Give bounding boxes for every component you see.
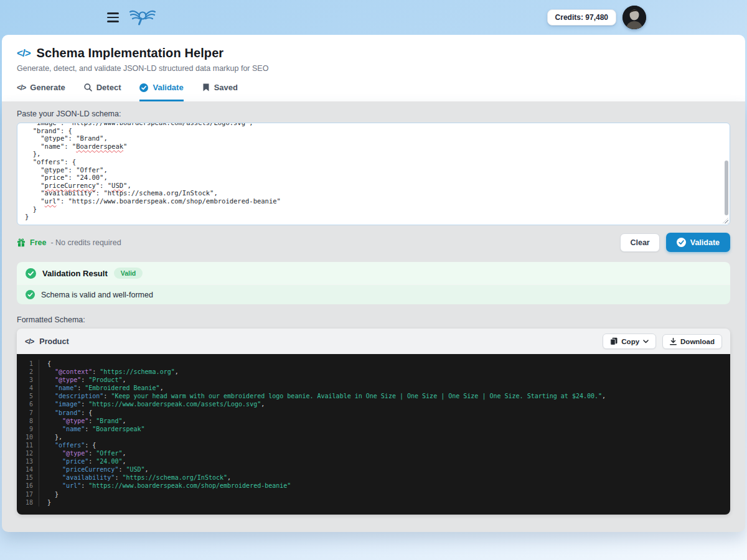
tool-header: </> Schema Implementation Helper Generat…	[2, 35, 745, 101]
hamburger-menu-icon[interactable]	[106, 10, 120, 25]
copy-icon	[610, 337, 618, 345]
credits-badge[interactable]: Credits: 97,480	[547, 9, 616, 26]
schema-input-text[interactable]: "image": "https://www.boarderspeak.com/a…	[25, 123, 721, 221]
chevron-down-icon	[643, 340, 649, 343]
check-circle-icon	[677, 238, 686, 247]
code-icon: </>	[25, 337, 34, 346]
check-circle-icon	[139, 83, 148, 92]
result-title: Validation Result	[42, 269, 108, 278]
schema-input-label: Paste your JSON-LD schema:	[17, 110, 730, 118]
code-line: 8 "@type": "Brand",	[17, 417, 730, 425]
tab-bar: </> Generate Detect Validate Saved	[17, 83, 730, 101]
code-line: 12 "@type": "Offer",	[17, 449, 730, 457]
tab-label: Validate	[153, 83, 183, 92]
code-line: 2 "@context": "https://schema.org",	[17, 368, 730, 376]
check-circle-icon	[26, 268, 36, 279]
code-line: 6 "image": "https://www.boarderspeak.com…	[17, 400, 730, 408]
tab-validate[interactable]: Validate	[139, 83, 183, 101]
validation-result-panel: Validation Result Valid Schema is valid …	[17, 262, 730, 304]
code-line: 14 "priceCurrency": "USD",	[17, 465, 730, 474]
code-line: 17 }	[17, 490, 730, 498]
tab-label: Detect	[96, 83, 121, 92]
formatted-schema-code[interactable]: 1{2 "@context": "https://schema.org",3 "…	[17, 354, 730, 515]
code-line: 4 "name": "Embroidered Beanie",	[17, 384, 730, 392]
code-line: 11 "offers": {	[17, 441, 730, 449]
valid-badge: Valid	[114, 268, 143, 279]
tab-label: Saved	[214, 83, 238, 92]
download-button-label: Download	[680, 338, 715, 345]
page-title: Schema Implementation Helper	[37, 46, 224, 60]
app-logo[interactable]	[129, 7, 156, 27]
download-button[interactable]: Download	[662, 334, 722, 349]
editor-resize-handle[interactable]	[723, 218, 728, 223]
page-subtitle: Generate, detect, and validate JSON-LD s…	[17, 64, 730, 73]
code-line: 1{	[17, 360, 730, 368]
code-icon: </>	[17, 47, 31, 60]
pricing-note: Free - No credits required	[17, 238, 121, 247]
topbar: Credits: 97,480	[0, 0, 747, 35]
result-message: Schema is valid and well-formed	[41, 291, 153, 299]
search-icon	[84, 83, 92, 91]
bookmark-icon	[202, 83, 210, 91]
code-line: 3 "@type": "Product",	[17, 376, 730, 384]
code-line: 7 "brand": {	[17, 409, 730, 417]
user-avatar[interactable]	[622, 6, 646, 29]
gift-icon	[17, 238, 26, 247]
tab-saved[interactable]: Saved	[202, 83, 238, 101]
clear-button[interactable]: Clear	[620, 233, 659, 252]
code-icon: </>	[17, 83, 26, 92]
copy-button[interactable]: Copy	[603, 334, 656, 349]
tab-label: Generate	[30, 83, 65, 92]
free-note-text: - No credits required	[50, 238, 121, 247]
tab-generate[interactable]: </> Generate	[17, 83, 65, 101]
code-line: 15 "availability": "https://schema.org/I…	[17, 474, 730, 482]
code-line: 18}	[17, 498, 730, 506]
code-line: 9 "name": "Boarderspeak"	[17, 425, 730, 433]
free-label: Free	[30, 238, 46, 247]
validate-button-label: Validate	[690, 238, 720, 247]
editor-scrollbar[interactable]	[725, 161, 728, 215]
validate-button[interactable]: Validate	[666, 233, 730, 252]
formatted-schema-label: Formatted Schema:	[17, 315, 730, 324]
download-icon	[670, 338, 677, 345]
code-line: 10 },	[17, 433, 730, 441]
schema-type-label: Product	[39, 337, 68, 346]
code-line: 13 "price": "24.00",	[17, 457, 730, 465]
copy-button-label: Copy	[621, 338, 639, 345]
formatted-schema-card: </> Product Copy Download	[17, 329, 730, 515]
schema-input-editor[interactable]: "image": "https://www.boarderspeak.com/a…	[17, 123, 730, 225]
code-line: 5 "description": "Keep your head warm wi…	[17, 392, 730, 400]
tab-detect[interactable]: Detect	[84, 83, 121, 101]
check-circle-icon	[26, 290, 35, 299]
code-line: 16 "url": "https://www.boarderspeak.com/…	[17, 482, 730, 490]
validate-panel: Paste your JSON-LD schema: "image": "htt…	[2, 101, 745, 532]
